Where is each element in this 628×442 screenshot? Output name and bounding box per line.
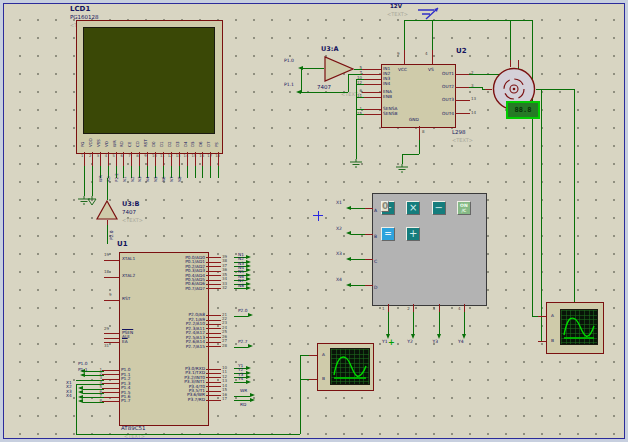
net-label: X4 [66,394,72,398]
wire[interactable] [510,20,511,60]
wire[interactable] [92,178,93,196]
net-terminal[interactable]: Y4 [234,380,264,384]
pin-stub [206,324,221,325]
pin-stub [518,60,519,67]
keypad-key[interactable]: − [432,201,446,215]
scope-pin-b: B [551,339,554,343]
wire[interactable] [356,109,364,110]
keypad-key[interactable]: 0 [381,201,389,212]
wire[interactable] [234,347,248,348]
wire[interactable] [464,312,465,334]
wire[interactable] [432,20,433,50]
wire[interactable] [402,154,403,164]
wire[interactable] [404,20,532,21]
pin-stub [538,341,546,342]
net-terminal[interactable]: N8 [234,287,264,291]
u2-value: L298 [452,130,466,136]
terminal-arrow-icon [246,255,251,259]
keypad-key[interactable]: × [406,201,420,215]
wire[interactable] [300,355,301,434]
net-label: Y4 [238,377,243,381]
net-label: WR [99,166,103,182]
wire[interactable] [439,312,440,334]
pin-stub [234,288,246,289]
wire[interactable] [532,20,533,316]
keypad-key[interactable]: ON /C [457,201,471,215]
wire[interactable] [356,84,364,85]
wire[interactable] [300,355,309,356]
u2-gnd-name: GND [409,118,419,122]
net-label: Y3 [433,340,439,345]
oscilloscope-left[interactable]: A B [317,343,374,391]
u1-psen-num: 29 [104,327,109,331]
wire[interactable] [107,178,108,200]
wire[interactable] [300,379,309,380]
pin-stub [362,69,381,70]
u1-pin-row: P2.7/A1528 [121,344,234,348]
wire[interactable] [541,89,542,341]
schematic-sheet[interactable]: LCD1 PG160128 <TEXT> FGVDDVSSVOWRRDCECDR… [3,3,625,439]
u1-p0-terminals: N1N2N3N4N5N6N7N8 [234,256,264,292]
wire[interactable] [76,380,104,381]
lcd-pin-name: D3 [176,131,180,147]
wire[interactable] [234,316,248,317]
keypad-key[interactable]: + [406,227,420,241]
wire[interactable] [301,92,348,93]
wire[interactable] [413,312,414,334]
wire[interactable] [402,154,419,155]
u3b-buffer[interactable] [96,200,118,220]
u1-pin-row: P3.7/RD17 [121,398,234,402]
wire[interactable] [107,225,108,244]
wire[interactable] [356,79,364,80]
keypad-key[interactable]: = [381,227,395,241]
net-label: X2 [336,227,342,232]
pin-stub [351,208,365,209]
wire[interactable] [356,114,364,115]
keypad-col-pins: 1234 [378,306,479,314]
terminal-arrow-icon [246,277,251,281]
keypad-col-pin: 3 [433,307,436,311]
wire[interactable] [234,396,250,397]
terminal-arrow-icon [248,313,253,317]
terminal-arrow-icon [246,380,251,384]
lcd-pin-name: D2 [168,131,172,147]
net-terminal[interactable]: X4 [66,395,106,399]
wire[interactable] [419,140,420,154]
wire[interactable] [356,97,364,98]
plus-marker-icon: + [388,339,395,347]
lcd-pin-name: RD [120,131,124,147]
battery-icon[interactable] [414,5,442,20]
wire[interactable] [85,371,104,372]
power-note: <TEXT> [387,12,408,17]
keypad-row-wire[interactable]: X2 [336,227,372,253]
net-label: N2 [131,166,135,182]
net-label: X4 [336,278,342,283]
pin-stub [362,114,381,115]
pin-stub [206,320,221,321]
keypad-row-wire[interactable]: X3 [336,252,372,278]
pin-stub [455,74,470,75]
terminal-arrow-icon [246,375,251,379]
lcd-ref: LCD1 [70,6,90,13]
wire[interactable] [85,375,104,376]
wire[interactable] [303,68,324,69]
pin-stub [206,315,221,316]
lcd-pin-name: CE [128,131,132,147]
wire[interactable] [76,434,300,435]
keypad-row-wire[interactable]: X1 [336,201,372,227]
wire[interactable] [469,87,482,88]
net-label: Y1 [382,340,388,345]
wire[interactable] [404,20,405,50]
keypad-row-pin: B [374,230,377,256]
wire[interactable] [388,312,389,334]
wire[interactable] [301,68,302,92]
keypad-row-pin: A [374,204,377,230]
pin-stub [102,401,119,402]
wire[interactable] [356,79,357,159]
keypad-row-wire[interactable]: X4 [336,278,372,304]
oscilloscope-right[interactable]: A B [546,302,604,354]
u1-rst-name: RST [122,297,130,301]
u3a-value: 7407 [317,85,331,91]
wire[interactable] [84,178,85,196]
pin-stub [538,316,546,317]
